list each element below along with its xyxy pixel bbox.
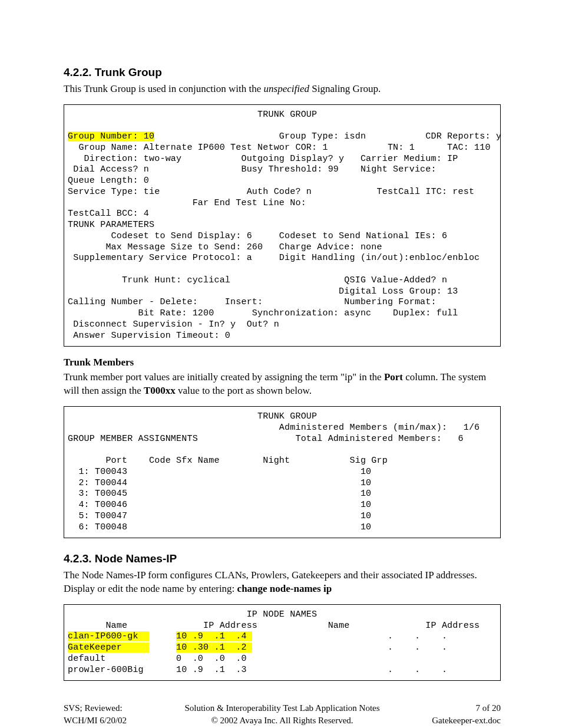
terminal-trunk-group: TRUNK GROUP Group Number: 10 Group Type:… — [64, 104, 501, 347]
nn-text-b-bold: change node-names ip — [237, 583, 332, 594]
trunk-group-intro: This Trunk Group is used in conjunction … — [64, 83, 501, 96]
term2-body: TRUNK GROUP Administered Members (min/ma… — [68, 411, 480, 532]
term1-title: TRUNK GROUP — [68, 110, 317, 120]
term1-rest-group-number: Group Type: isdn CDR Reports: y — [154, 131, 501, 141]
page-footer: SVS; Reviewed: WCH/MI 6/20/02 Solution &… — [64, 702, 501, 726]
section-title: Trunk Group — [95, 66, 162, 78]
term1-highlight-group-number: Group Number: 10 — [68, 131, 154, 141]
footer-left-2: WCH/MI 6/20/02 — [64, 716, 127, 725]
intro-text-a: This Trunk Group is used in conjunction … — [64, 83, 264, 94]
section-heading-trunk-group: 4.2.2. Trunk Group — [64, 65, 501, 80]
intro-text-c: Signaling Group. — [309, 83, 381, 94]
tm-text-e: value to the port as shown below. — [176, 385, 312, 396]
trunk-members-paragraph: Trunk member port values are initially c… — [64, 371, 501, 398]
footer-left: SVS; Reviewed: WCH/MI 6/20/02 — [64, 702, 164, 726]
intro-text-b-italic: unspecified — [264, 83, 309, 94]
tm-text-b-bold: Port — [384, 371, 403, 383]
footer-center: Solution & Interoperability Test Lab App… — [164, 702, 401, 726]
term1-body: Group Name: Alternate IP600 Test Networ … — [68, 143, 491, 341]
terminal-trunk-members: TRUNK GROUP Administered Members (min/ma… — [64, 406, 501, 538]
page: 4.2.2. Trunk Group This Trunk Group is u… — [0, 0, 562, 728]
tm-text-a: Trunk member port values are initially c… — [64, 371, 384, 383]
footer-center-2: © 2002 Avaya Inc. All Rights Reserved. — [211, 716, 353, 725]
footer-right-1: 7 of 20 — [476, 703, 501, 713]
section-title: Node Names-IP — [95, 552, 177, 565]
node-names-paragraph: The Node Names-IP form configures CLANs,… — [64, 569, 501, 596]
tm-text-d-bold: T000xx — [144, 385, 176, 396]
section-heading-node-names: 4.2.3. Node Names-IP — [64, 551, 501, 566]
footer-right-2: Gatekeeper-ext.doc — [432, 716, 501, 725]
footer-center-1: Solution & Interoperability Test Lab App… — [184, 703, 379, 713]
section-number: 4.2.2. — [64, 66, 92, 78]
footer-left-1: SVS; Reviewed: — [64, 703, 123, 713]
section-number: 4.2.3. — [64, 552, 92, 565]
terminal-node-names: IP NODE NAMES Name IP Address Name IP Ad… — [64, 604, 501, 681]
trunk-members-heading: Trunk Members — [64, 356, 501, 370]
footer-right: 7 of 20 Gatekeeper-ext.doc — [401, 702, 501, 726]
